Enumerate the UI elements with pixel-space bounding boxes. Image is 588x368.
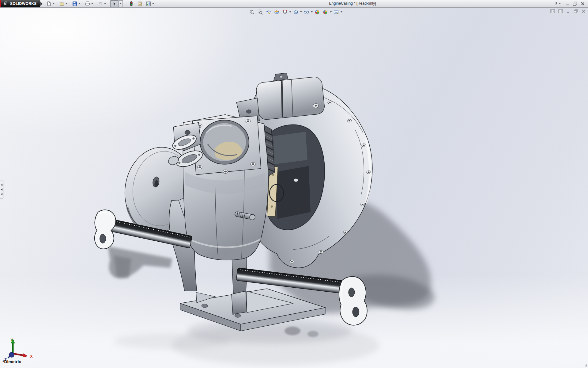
display-style-button[interactable] [292, 9, 299, 15]
select-tool-button[interactable] [110, 0, 119, 7]
window-controls: ? [555, 1, 585, 6]
undo-button[interactable] [97, 1, 103, 7]
expand-pane-arrow-icon [1, 193, 2, 195]
print-icon [85, 1, 90, 6]
display-style-caret[interactable] [300, 11, 302, 13]
zoom-to-area-icon [258, 10, 263, 15]
hide-show-items-icon [303, 10, 309, 15]
close-button[interactable] [581, 2, 585, 6]
zoom-to-area-button[interactable] [257, 9, 263, 15]
print-caret[interactable] [91, 3, 93, 4]
expand-pane-arrow-icon [1, 188, 2, 191]
title-bar: SOLIDWORKS [0, 0, 588, 8]
display-style-icon [293, 10, 298, 15]
resize-grip[interactable] [583, 364, 587, 367]
main-toolbar [46, 0, 156, 7]
minimize-button[interactable] [565, 2, 570, 6]
menu-flyout-arrow-icon[interactable] [40, 2, 42, 6]
zoom-to-fit-icon [249, 10, 254, 15]
restore-button[interactable] [573, 2, 578, 6]
section-view-icon [274, 10, 279, 15]
solidworks-window: SOLIDWORKS [0, 0, 588, 368]
apply-scene-icon [323, 10, 328, 15]
apply-scene-caret[interactable] [330, 11, 332, 13]
document-minimize-button[interactable] [566, 9, 570, 13]
view-settings-button[interactable] [333, 9, 339, 15]
show-left-pane-button[interactable] [550, 9, 555, 13]
rebuild-button[interactable] [128, 1, 134, 7]
app-logo: SOLIDWORKS [1, 0, 40, 7]
solidworks-logo-icon [4, 2, 9, 6]
view-orientation-label: *Dimetric [2, 359, 21, 364]
reference-triad: Y X Z [2, 338, 36, 362]
triad-x-label: X [30, 354, 33, 358]
help-icon: ? [555, 1, 557, 6]
expand-pane-arrow-icon [1, 184, 2, 186]
help-button[interactable]: ? [555, 1, 562, 6]
options-icon [146, 1, 151, 6]
view-orientation-button[interactable] [282, 9, 288, 15]
view-settings-caret[interactable] [341, 11, 342, 13]
file-properties-button[interactable] [137, 1, 143, 7]
show-right-pane-button[interactable] [558, 9, 563, 13]
undo-caret[interactable] [104, 3, 106, 4]
new-document-caret[interactable] [53, 3, 55, 4]
triad-y-label: Y [10, 338, 13, 342]
edit-appearance-icon [315, 10, 320, 15]
zoom-to-fit-button[interactable] [249, 9, 255, 15]
undo-icon [98, 1, 103, 6]
options-caret[interactable] [152, 3, 154, 4]
open-caret[interactable] [66, 3, 67, 4]
new-document-button[interactable] [46, 1, 52, 7]
document-window-controls [550, 9, 586, 13]
document-restore-button[interactable] [574, 9, 578, 13]
save-button[interactable] [72, 1, 77, 7]
options-button[interactable] [145, 1, 151, 7]
document-title: EngineCasing * [Read-only] [312, 1, 393, 6]
document-close-button[interactable] [582, 9, 586, 13]
graphics-viewport[interactable]: Y X Z *Dimetric [0, 8, 588, 368]
headsup-view-toolbar [249, 9, 344, 15]
select-tool-caret[interactable] [119, 0, 123, 7]
previous-view-button[interactable] [265, 9, 272, 15]
cylinder-bore[interactable] [200, 120, 249, 164]
open-button[interactable] [59, 1, 65, 7]
view-settings-icon [334, 10, 339, 15]
open-icon [59, 1, 64, 6]
section-view-button[interactable] [273, 9, 280, 15]
file-properties-icon [138, 1, 142, 6]
edit-appearance-button[interactable] [314, 9, 320, 15]
feature-manager-collapsed-tab[interactable] [0, 181, 3, 198]
save-caret[interactable] [78, 3, 80, 4]
select-cursor-icon [112, 2, 117, 6]
help-caret [559, 3, 561, 4]
hide-show-items-caret[interactable] [311, 11, 313, 13]
view-orientation-caret[interactable] [289, 11, 291, 13]
logo-text: SOLIDWORKS [10, 2, 37, 6]
engine-casing-model[interactable] [0, 8, 588, 368]
view-orientation-icon [282, 10, 288, 15]
save-icon [72, 1, 77, 6]
hide-show-items-button[interactable] [303, 9, 310, 15]
rebuild-traffic-light-icon [129, 1, 134, 6]
previous-view-icon [266, 10, 271, 15]
print-button[interactable] [85, 1, 90, 7]
apply-scene-button[interactable] [322, 9, 329, 15]
new-document-icon [47, 1, 51, 6]
